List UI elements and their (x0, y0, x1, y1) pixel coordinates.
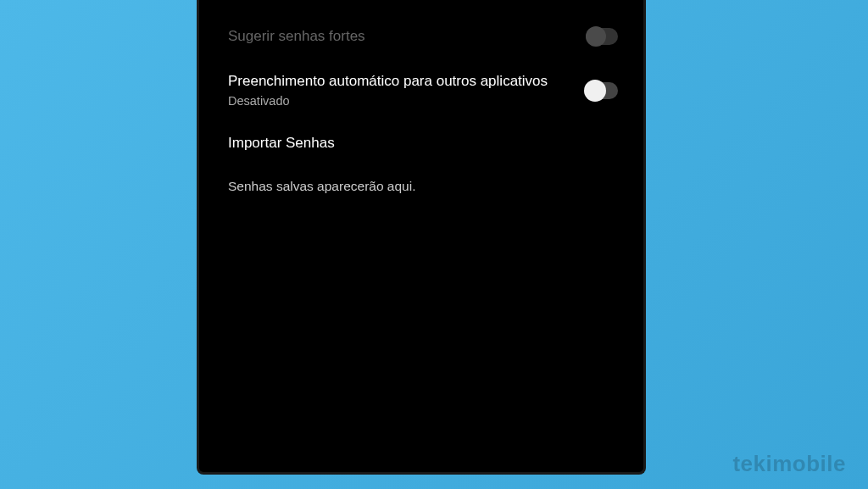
partial-description-text: sempre que você entrar em um site. (218, 0, 625, 11)
setting-text-container: Sugerir senhas fortes (228, 27, 586, 47)
settings-screen: sempre que você entrar em um site. Suger… (218, 0, 625, 459)
setting-autofill-other-apps[interactable]: Preenchimento automático para outros apl… (218, 62, 625, 119)
link-title: Importar Senhas (228, 135, 615, 152)
saved-passwords-empty-state: Senhas salvas aparecerão aqui. (218, 167, 625, 206)
toggle-suggest-strong-passwords[interactable] (586, 28, 618, 45)
setting-title: Preenchimento automático para outros apl… (228, 72, 572, 92)
watermark-text: tekimobile (732, 451, 846, 477)
setting-title: Sugerir senhas fortes (228, 27, 572, 47)
toggle-autofill-other-apps[interactable] (586, 82, 618, 99)
phone-frame: sempre que você entrar em um site. Suger… (197, 0, 646, 475)
setting-import-passwords[interactable]: Importar Senhas (218, 119, 625, 167)
setting-text-container: Preenchimento automático para outros apl… (228, 72, 586, 109)
setting-subtitle: Desativado (228, 93, 572, 109)
setting-suggest-strong-passwords[interactable]: Sugerir senhas fortes (218, 11, 625, 62)
